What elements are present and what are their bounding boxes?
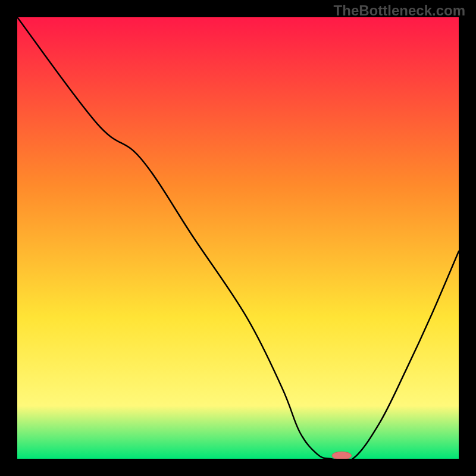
chart-svg [17, 17, 459, 459]
chart-frame: TheBottleneck.com [0, 0, 476, 476]
gradient-background [17, 17, 459, 459]
watermark-text: TheBottleneck.com [334, 2, 465, 19]
optimum-marker [332, 452, 352, 459]
plot-area [17, 17, 459, 459]
